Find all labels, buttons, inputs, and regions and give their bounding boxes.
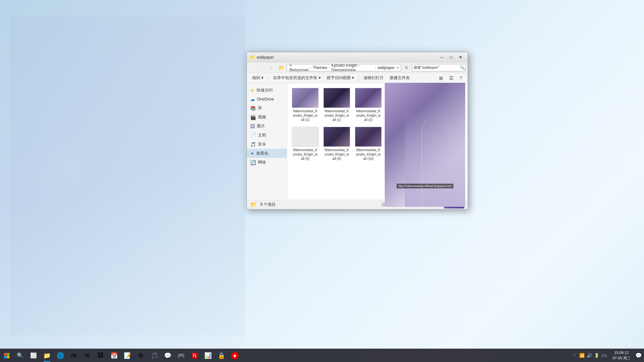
music-icon: 🎵 bbox=[250, 142, 256, 147]
sidebar-item-music[interactable]: 🎵 音乐 bbox=[247, 140, 287, 149]
sidebar-item-documents[interactable]: 📄 文档 bbox=[247, 131, 287, 140]
file-item-7[interactable]: Nikennosekai_K youko_Kirigiri_w all (15) bbox=[354, 125, 383, 162]
taskbar-app5[interactable]: 🔒 bbox=[215, 349, 228, 362]
close-button[interactable]: ✕ bbox=[456, 54, 465, 61]
breadcrumb-item-wallpaper[interactable]: wallpaper bbox=[377, 65, 395, 70]
star-icon: ★ bbox=[250, 88, 255, 93]
back-button[interactable]: ← bbox=[249, 64, 257, 72]
taskbar-media[interactable]: 🎵 bbox=[148, 349, 161, 362]
grant-access-button[interactable]: 授予访问权限 ▾ bbox=[324, 74, 357, 82]
sidebar-label-library: 库 bbox=[258, 105, 262, 111]
file-name-6: Nikennosekai_K youko_Kirigiri_w all (9) bbox=[323, 148, 350, 161]
maximize-button[interactable]: □ bbox=[447, 54, 455, 61]
sidebar-label-quick-access: 快速访问 bbox=[257, 87, 273, 93]
file-thumbnail-1 bbox=[323, 88, 350, 108]
sidebar-label-network: 网络 bbox=[258, 160, 266, 165]
library-icon: 📚 bbox=[250, 106, 256, 111]
sidebar-label-beautify: 放美化 bbox=[256, 150, 268, 156]
sidebar-label-pictures: 图片 bbox=[257, 123, 265, 129]
taskbar-icons: 🔍 ⬜ 📁 🌐 🛍 ✉ 🖼 📅 📝 ⚙ 🎵 bbox=[13, 349, 569, 362]
taskbar-edge[interactable]: 🌐 bbox=[54, 349, 67, 362]
folder-icon-nav: 📁 bbox=[277, 64, 285, 72]
window-title: wallpaper bbox=[257, 55, 274, 60]
sidebar-item-library[interactable]: 📚 库 bbox=[247, 104, 287, 113]
breadcrumb-item-themes[interactable]: Themes bbox=[312, 65, 328, 70]
taskbar-photos[interactable]: 🖼 bbox=[94, 349, 107, 362]
refresh-button[interactable]: ↻ bbox=[402, 64, 411, 72]
title-bar-left: 📁 wallpaper bbox=[250, 55, 274, 60]
taskbar-app1[interactable]: 💬 bbox=[161, 349, 174, 362]
file-item-2[interactable]: Nikennosekai_K youko_Kirigiri_w all (2) bbox=[354, 86, 383, 123]
clock-date: 07-05 周二 bbox=[612, 356, 630, 361]
start-button[interactable] bbox=[0, 349, 13, 362]
sidebar-label-video: 视频 bbox=[258, 114, 266, 120]
taskbar-app2[interactable]: 🎮 bbox=[174, 349, 188, 362]
document-icon: 📄 bbox=[250, 133, 256, 138]
video-icon: 🎬 bbox=[250, 115, 256, 120]
sidebar-item-pictures[interactable]: 🖼 图片 bbox=[247, 122, 287, 131]
search-input[interactable] bbox=[414, 66, 460, 70]
help-button[interactable]: ? bbox=[457, 74, 465, 82]
taskbar-file-explorer[interactable]: 📁 bbox=[40, 349, 54, 362]
beautify-icon: ✦ bbox=[250, 151, 254, 156]
file-name-0: Nikennosekai_K youko_Kirigiri_w all (1) bbox=[292, 109, 319, 122]
minimize-button[interactable]: ─ bbox=[437, 54, 446, 61]
taskbar-settings[interactable]: ⚙ bbox=[134, 349, 148, 362]
taskbar-app6[interactable]: ♠ bbox=[228, 349, 241, 362]
organize-button[interactable]: 组织 ▾ bbox=[250, 74, 266, 82]
taskbar-search[interactable]: 🔍 bbox=[13, 349, 27, 362]
file-item-6[interactable]: Nikennosekai_K youko_Kirigiri_w all (9) bbox=[322, 125, 352, 162]
sidebar-label-onedrive: OneDrive bbox=[257, 97, 274, 102]
file-item-0[interactable]: Nikennosekai_K youko_Kirigiri_w all (1) bbox=[290, 86, 320, 123]
sidebar-item-onedrive[interactable]: ☁ OneDrive bbox=[247, 95, 287, 104]
svg-rect-2 bbox=[4, 356, 7, 358]
tray-network[interactable]: 📶 bbox=[579, 353, 585, 359]
forward-button[interactable]: → bbox=[258, 64, 266, 72]
system-tray: ^ 📶 🔊 🔋 CN bbox=[569, 353, 610, 359]
tray-volume[interactable]: 🔊 bbox=[586, 353, 592, 359]
sidebar-item-quick-access[interactable]: ★ 快速访问 bbox=[247, 86, 287, 95]
taskbar-app3[interactable]: N bbox=[188, 349, 201, 362]
breadcrumb-item-resources[interactable]: « Resources bbox=[289, 64, 309, 71]
svg-rect-0 bbox=[4, 353, 7, 356]
nav-bar: ← → ↑ 📁 « Resources › Themes › Kyouko Ki… bbox=[247, 62, 468, 73]
breadcrumb-bar[interactable]: « Resources › Themes › Kyouko Kirigiri -… bbox=[286, 64, 401, 71]
notification-button[interactable]: 💬 bbox=[633, 349, 644, 362]
tray-ime[interactable]: CN bbox=[601, 353, 607, 359]
file-name-5: Nikennosekai_K youko_Kirigiri_w all (5) bbox=[292, 148, 319, 161]
taskbar-task-view[interactable]: ⬜ bbox=[27, 349, 40, 362]
slideshow-button[interactable]: 放映幻灯片 bbox=[361, 74, 386, 82]
breadcrumb-item-kyouko[interactable]: Kyouko Kirigiri - Danganronpa bbox=[331, 64, 374, 71]
toolbar-separator-2 bbox=[359, 75, 359, 81]
include-in-library-button[interactable]: 在库中包含所选的文件夹 ▾ bbox=[270, 74, 323, 82]
sidebar-item-video[interactable]: 🎬 视频 bbox=[247, 113, 287, 122]
taskbar-store[interactable]: 🛍 bbox=[67, 349, 80, 362]
toolbar: 组织 ▾ 在库中包含所选的文件夹 ▾ 授予访问权限 ▾ 放映幻灯片 新建文件夹 … bbox=[247, 73, 468, 83]
taskbar-calendar[interactable]: 📅 bbox=[107, 349, 121, 362]
taskbar-app4[interactable]: 📊 bbox=[201, 349, 215, 362]
search-icon[interactable]: 🔍 bbox=[460, 65, 465, 70]
file-name-2: Nikennosekai_K youko_Kirigiri_w all (2) bbox=[355, 109, 382, 122]
svg-rect-3 bbox=[7, 356, 10, 358]
up-button[interactable]: ↑ bbox=[268, 64, 276, 72]
file-item-5[interactable]: Nikennosekai_K youko_Kirigiri_w all (5) bbox=[290, 125, 320, 162]
file-item-1[interactable]: Nikennosekai_K youko_Kirigiri_w all (1) bbox=[322, 86, 352, 123]
search-bar[interactable]: 🔍 bbox=[412, 64, 466, 71]
sidebar-item-network[interactable]: 🔄 网络 bbox=[247, 158, 287, 167]
tray-arrow[interactable]: ^ bbox=[572, 353, 578, 359]
sidebar-label-music: 音乐 bbox=[258, 141, 266, 147]
sidebar-item-beautify[interactable]: ✦ 放美化 bbox=[247, 149, 287, 158]
new-folder-button[interactable]: 新建文件夹 bbox=[387, 74, 413, 82]
tray-battery[interactable]: 🔋 bbox=[594, 353, 600, 359]
window-folder-icon: 📁 bbox=[250, 55, 255, 60]
breadcrumb-dropdown[interactable]: ▾ bbox=[397, 65, 399, 70]
details-view-button[interactable]: ☰ bbox=[446, 74, 456, 82]
taskbar-notes[interactable]: 📝 bbox=[121, 349, 134, 362]
taskbar: 🔍 ⬜ 📁 🌐 🛍 ✉ 🖼 📅 📝 ⚙ 🎵 bbox=[0, 349, 644, 362]
title-bar: 📁 wallpaper ─ □ ✕ bbox=[247, 52, 468, 62]
taskbar-mail[interactable]: ✉ bbox=[80, 349, 94, 362]
sidebar: ★ 快速访问 ☁ OneDrive 📚 库 🎬 视频 🖼 图片 📄 文档 bbox=[247, 83, 287, 200]
view-options-button[interactable]: ⊞ bbox=[436, 74, 446, 82]
file-thumbnail-6 bbox=[323, 127, 350, 147]
taskbar-clock[interactable]: 15:06:12 07-05 周二 bbox=[610, 350, 633, 361]
